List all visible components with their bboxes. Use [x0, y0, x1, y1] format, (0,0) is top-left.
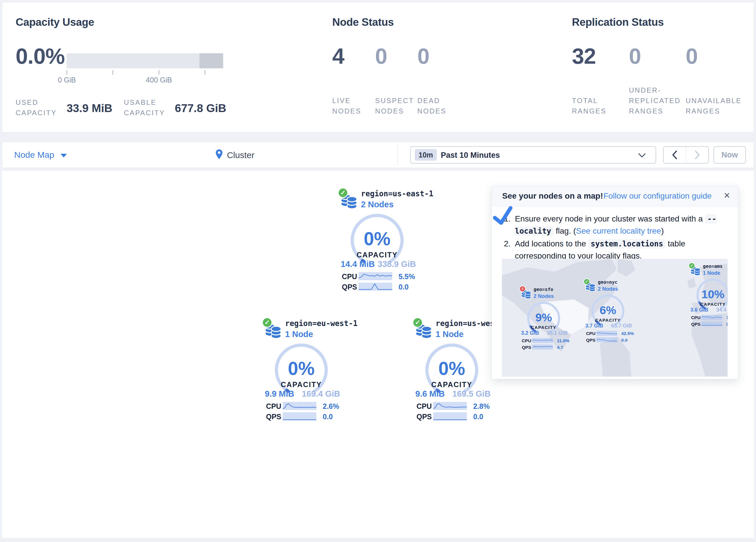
qps-value: 0.0	[399, 283, 409, 291]
step-text-pre: Add locations to the	[515, 239, 588, 248]
cpu-label: CPU	[342, 273, 357, 281]
configuration-guide-link[interactable]: Follow our configuration guide	[603, 191, 712, 201]
qps-value: 0.0	[726, 322, 728, 327]
capacity-label: CAPACITY	[262, 381, 341, 389]
qps-row: QPS 0.0	[342, 283, 416, 291]
step-text: Add locations to the system.locations ta…	[515, 238, 727, 262]
locality-title: geo=ams	[703, 263, 723, 269]
axis-tick	[67, 70, 67, 75]
capacity-percent: 6%	[583, 304, 632, 317]
map-node-geo-sfo[interactable]: ! geo=sfo 2 Nodes 9% CAPACITY 3.2 GiB 35…	[519, 287, 568, 351]
cpu-row: CPU 42.5%	[586, 331, 632, 337]
live-nodes-count: 4	[332, 43, 344, 69]
cpu-value: 5.5%	[399, 273, 415, 281]
qps-sparkline	[597, 337, 617, 342]
qps-row: QPS 0.0	[691, 322, 728, 327]
used-capacity-label: USED CAPACITY	[16, 97, 57, 118]
cpu-label: CPU	[416, 402, 432, 411]
chevron-right-icon	[694, 150, 700, 159]
status-error-icon: !	[519, 286, 526, 292]
unavailable-ranges-label: UNAVAILABLE RANGES	[686, 95, 742, 116]
time-step-back-button[interactable]	[664, 147, 686, 163]
map-node-geo-nyc[interactable]: ✓ geo=nyc 2 Nodes 6% CAPACITY 3.7 GiB 65…	[583, 279, 632, 344]
system-locations-code: system.locations	[588, 239, 665, 248]
now-button[interactable]: Now	[713, 146, 746, 163]
unavailable-ranges-count: 0	[686, 43, 698, 69]
time-range-badge: 10m	[415, 149, 437, 161]
capacity-percent: 0%	[412, 358, 491, 379]
map-node-geo-ams[interactable]: ✓ geo=ams 1 Node 10% CAPACITY 3.6 GiB 34…	[689, 263, 728, 328]
capacity-percent: 0%	[338, 228, 416, 249]
cpu-value: 42.5%	[621, 331, 634, 336]
region-node-us-west-1[interactable]: ✓ region=us-west-1 1 Node 0% CAPACITY 9.…	[412, 319, 491, 423]
qps-label: QPS	[266, 413, 281, 421]
qps-sparkline	[532, 345, 553, 350]
used-capacity: 3.6 GiB	[690, 307, 708, 313]
time-step-forward-button[interactable]	[686, 147, 709, 163]
step-text-post: )	[661, 226, 664, 235]
locality-tree-link[interactable]: See current locality tree	[576, 226, 661, 235]
status-ok-icon: ✓	[689, 262, 695, 269]
time-range-label: Past 10 Minutes	[441, 151, 500, 160]
dead-nodes-count: 0	[417, 43, 429, 69]
locality-title: geo=nyc	[598, 280, 618, 285]
cpu-sparkline	[359, 272, 392, 280]
capacity-label: CAPACITY	[412, 381, 491, 389]
locality-node-count: 2 Nodes	[598, 286, 618, 292]
axis-tick	[159, 70, 159, 75]
axis-tick	[205, 70, 205, 75]
capacity-reserved-segment	[199, 53, 223, 68]
total-capacity: 338.9 GiB	[378, 259, 416, 269]
qps-value: 0.0	[473, 413, 483, 421]
view-selector-dropdown[interactable]: Node Map	[14, 150, 67, 160]
qps-sparkline	[702, 322, 722, 326]
capacity-label: CAPACITY	[519, 325, 568, 330]
instruction-step-1: 1. Ensure every node in your cluster was…	[504, 213, 727, 237]
used-capacity: 9.9 MiB	[265, 389, 294, 399]
capacity-label: CAPACITY	[338, 251, 416, 259]
axis-tick	[113, 70, 113, 75]
qps-value: 4.7	[557, 345, 563, 350]
location-pin-icon	[215, 149, 223, 159]
chevron-down-icon	[638, 153, 646, 158]
cpu-label: CPU	[586, 331, 596, 336]
chevron-left-icon	[672, 150, 678, 159]
status-ok-icon: ✓	[262, 317, 272, 328]
live-nodes-label: LIVE NODES	[332, 95, 361, 116]
total-ranges-count: 32	[572, 43, 596, 69]
capacity-label: CAPACITY	[689, 302, 728, 307]
close-icon[interactable]: ×	[724, 190, 730, 201]
cpu-row: CPU 2.6%	[266, 402, 341, 411]
used-capacity: 3.2 GiB	[521, 330, 539, 336]
chevron-down-icon	[60, 154, 67, 157]
region-node-eu-west-1[interactable]: ✓ region=eu-west-1 1 Node 0% CAPACITY 9.…	[262, 319, 341, 423]
status-ok-icon: ✓	[338, 187, 348, 198]
cpu-sparkline	[702, 315, 722, 320]
cpu-row: CPU 2.8%	[416, 402, 491, 411]
cockroachdb-cluster-overview: Capacity Usage 0.0% 0 GiB 400 GiB USED C…	[0, 0, 756, 542]
cpu-label: CPU	[691, 315, 701, 320]
region-node-count: 2 Nodes	[361, 200, 394, 209]
region-title: region=eu-west-1	[285, 319, 357, 328]
view-selector-label: Node Map	[14, 150, 54, 159]
map-toolbar: Node Map Cluster 10m Past 10 Minutes	[2, 142, 754, 168]
region-title: region=us-east-1	[361, 189, 433, 198]
node-status-title: Node Status	[332, 16, 394, 28]
region-node-us-east-1[interactable]: ✓ region=us-east-1 2 Nodes 0% CAPACITY 1…	[338, 189, 416, 293]
qps-sparkline	[359, 283, 392, 291]
locality-node-count: 1 Node	[703, 270, 720, 276]
suspect-nodes-label: SUSPECT NODES	[375, 95, 414, 116]
total-ranges-label: TOTAL RANGES	[572, 95, 606, 116]
qps-sparkline	[433, 412, 467, 420]
example-world-map: ! geo=sfo 2 Nodes 9% CAPACITY 3.2 GiB 35…	[502, 259, 728, 377]
cpu-row: CPU 12.3%	[691, 315, 728, 321]
step-text-pre: Ensure every node in your cluster was st…	[515, 214, 705, 223]
time-range-selector[interactable]: 10m Past 10 Minutes	[410, 146, 656, 163]
qps-row: QPS 0.0	[416, 412, 491, 421]
popup-header: See your nodes on a map! Follow our conf…	[492, 186, 738, 206]
step-text: Ensure every node in your cluster was st…	[515, 213, 727, 237]
breadcrumb-cluster[interactable]: Cluster	[227, 150, 254, 160]
cpu-row: CPU 11.0%	[522, 338, 568, 344]
under-replicated-count: 0	[629, 43, 641, 69]
qps-value: 0.0	[621, 338, 627, 343]
